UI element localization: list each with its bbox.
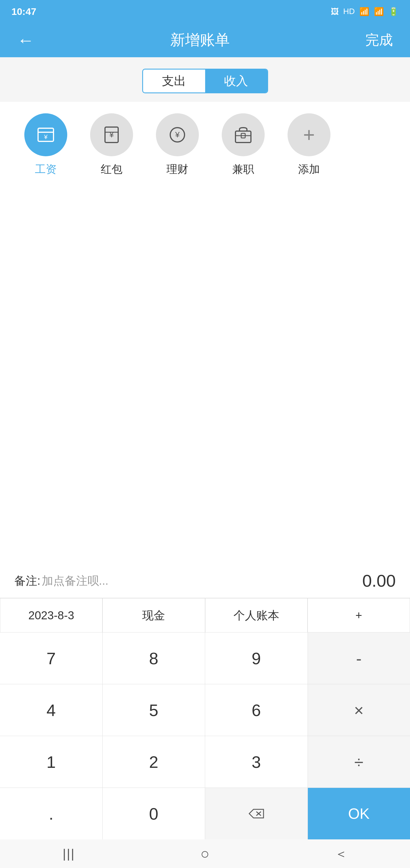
keypad: 7 8 9 - 4 5 6 × 1 2 3 ÷ . 0 OK bbox=[0, 632, 410, 839]
key-0[interactable]: 0 bbox=[103, 788, 205, 839]
add-category-icon[interactable]: + bbox=[288, 113, 330, 156]
category-grid: ¥ 工资 ¥ 红包 ¥ 理财 bbox=[0, 102, 410, 188]
menu-nav-icon[interactable]: ||| bbox=[63, 846, 75, 861]
svg-text:¥: ¥ bbox=[175, 130, 180, 139]
key-2[interactable]: 2 bbox=[103, 736, 205, 787]
key-7[interactable]: 7 bbox=[0, 632, 102, 684]
tab-income[interactable]: 收入 bbox=[205, 69, 267, 92]
tab-area: 支出 收入 bbox=[0, 57, 410, 102]
battery-icon: 🔋 bbox=[388, 7, 399, 16]
photo-icon: 🖼 bbox=[331, 7, 339, 16]
category-parttime[interactable]: 兼职 bbox=[215, 113, 272, 177]
parttime-label: 兼职 bbox=[232, 162, 254, 177]
category-redpacket[interactable]: ¥ 红包 bbox=[83, 113, 140, 177]
bottom-panel: 备注: 加点备注呗... 0.00 2023-8-3 现金 个人账本 + 7 8… bbox=[0, 564, 410, 839]
tab-switcher: 支出 收入 bbox=[142, 69, 268, 93]
svg-rect-7 bbox=[235, 131, 251, 143]
redpacket-label: 红包 bbox=[101, 162, 122, 177]
signal-icon: 📶 bbox=[374, 7, 384, 16]
redpacket-icon[interactable]: ¥ bbox=[90, 113, 133, 156]
note-prefix-label: 备注: bbox=[14, 575, 40, 587]
key-1[interactable]: 1 bbox=[0, 736, 102, 787]
bottom-nav-bar: ||| ○ ＜ bbox=[0, 839, 410, 868]
category-add[interactable]: + 添加 bbox=[280, 113, 338, 177]
note-section: 备注: 加点备注呗... bbox=[14, 573, 108, 589]
cash-button[interactable]: 现金 bbox=[102, 598, 205, 632]
status-time: 10:47 bbox=[11, 6, 36, 17]
svg-text:¥: ¥ bbox=[44, 133, 48, 141]
back-nav-icon[interactable]: ＜ bbox=[335, 845, 347, 862]
plus-operator-button[interactable]: + bbox=[308, 598, 410, 632]
category-salary[interactable]: ¥ 工资 bbox=[17, 113, 74, 177]
keypad-header: 2023-8-3 现金 个人账本 + bbox=[0, 598, 410, 632]
key-backspace[interactable] bbox=[205, 788, 308, 839]
key-5[interactable]: 5 bbox=[103, 684, 205, 736]
parttime-icon[interactable] bbox=[222, 113, 265, 156]
hd-label: HD bbox=[343, 7, 355, 16]
key-9[interactable]: 9 bbox=[205, 632, 308, 684]
key-divide[interactable]: ÷ bbox=[308, 736, 410, 787]
note-row: 备注: 加点备注呗... 0.00 bbox=[0, 564, 410, 598]
account-button[interactable]: 个人账本 bbox=[205, 598, 308, 632]
key-dot[interactable]: . bbox=[0, 788, 102, 839]
amount-display: 0.00 bbox=[362, 571, 396, 591]
key-3[interactable]: 3 bbox=[205, 736, 308, 787]
key-8[interactable]: 8 bbox=[103, 632, 205, 684]
back-button[interactable]: ← bbox=[17, 30, 34, 50]
done-button[interactable]: 完成 bbox=[366, 31, 393, 49]
category-finance[interactable]: ¥ 理财 bbox=[149, 113, 206, 177]
home-nav-icon[interactable]: ○ bbox=[200, 846, 209, 861]
wifi-icon: 📶 bbox=[359, 7, 369, 16]
status-bar: 10:47 🖼 HD 📶 📶 🔋 bbox=[0, 0, 410, 23]
content-spacer bbox=[0, 188, 410, 389]
date-button[interactable]: 2023-8-3 bbox=[0, 598, 102, 632]
tab-expense[interactable]: 支出 bbox=[143, 69, 205, 92]
salary-icon[interactable]: ¥ bbox=[24, 113, 67, 156]
salary-label: 工资 bbox=[35, 162, 57, 177]
add-label: 添加 bbox=[298, 162, 320, 177]
key-minus[interactable]: - bbox=[308, 632, 410, 684]
key-multiply[interactable]: × bbox=[308, 684, 410, 736]
finance-label: 理财 bbox=[166, 162, 188, 177]
note-placeholder: 加点备注呗... bbox=[42, 575, 108, 587]
status-icons: 🖼 HD 📶 📶 🔋 bbox=[331, 7, 399, 16]
svg-text:¥: ¥ bbox=[109, 130, 114, 139]
finance-icon[interactable]: ¥ bbox=[156, 113, 199, 156]
page-title: 新增账单 bbox=[170, 30, 230, 50]
key-4[interactable]: 4 bbox=[0, 684, 102, 736]
key-6[interactable]: 6 bbox=[205, 684, 308, 736]
top-nav: ← 新增账单 完成 bbox=[0, 23, 410, 57]
key-ok[interactable]: OK bbox=[308, 788, 410, 839]
